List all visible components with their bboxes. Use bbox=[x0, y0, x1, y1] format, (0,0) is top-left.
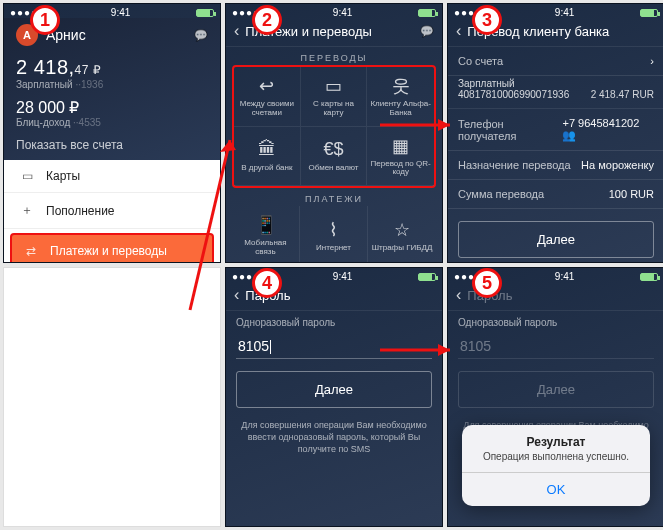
section-payments: ПЛАТЕЖИ bbox=[226, 194, 442, 204]
back-icon[interactable]: ‹ bbox=[456, 22, 461, 40]
row-from-account[interactable]: Со счета› bbox=[448, 47, 663, 76]
cell-card-to-card[interactable]: ▭С карты на карту bbox=[301, 67, 368, 127]
step-badge-3: 3 bbox=[472, 5, 502, 35]
battery-icon bbox=[418, 273, 436, 281]
otp-input: 8105 bbox=[458, 334, 654, 359]
acct1-name: Зарплатный bbox=[16, 79, 73, 90]
cell-alfa-client[interactable]: 웃Клиенту Альфа-Банка bbox=[367, 67, 434, 127]
back-icon[interactable]: ‹ bbox=[456, 286, 461, 304]
otp-input[interactable]: 8105 bbox=[236, 334, 432, 359]
screen-payments: ●●●●● 9:41 ‹ Платежи и переводы 💬 ПЕРЕВО… bbox=[225, 3, 443, 263]
wifi-icon: ⌇ bbox=[329, 219, 338, 241]
cell-mobile[interactable]: 📱Мобильная связь bbox=[232, 206, 300, 263]
step-badge-4: 4 bbox=[252, 268, 282, 298]
step-badge-5: 5 bbox=[472, 268, 502, 298]
acct1-mask: ··1936 bbox=[75, 79, 103, 90]
menu-topup[interactable]: ＋Пополнение bbox=[4, 193, 220, 229]
row-purpose[interactable]: Назначение переводаНа мороженку bbox=[448, 151, 663, 180]
card-icon: ▭ bbox=[18, 169, 36, 183]
screen-result: ●●●●● 9:41 ‹ Пароль Одноразовый пароль 8… bbox=[447, 267, 663, 527]
status-time: 9:41 bbox=[333, 271, 352, 282]
battery-icon bbox=[640, 9, 658, 17]
next-button[interactable]: Далее bbox=[236, 371, 432, 408]
alert-ok-button[interactable]: OK bbox=[462, 472, 650, 506]
row-recipient-phone[interactable]: Телефон получателя+7 9645841202 👥 bbox=[448, 109, 663, 151]
police-icon: ☆ bbox=[394, 219, 410, 241]
cell-internet[interactable]: ⌇Интернет bbox=[300, 206, 368, 263]
balance-primary: 2 418,47 ₽ bbox=[16, 56, 208, 79]
menu-cards[interactable]: ▭Карты bbox=[4, 160, 220, 193]
chat-icon[interactable]: 💬 bbox=[420, 25, 434, 38]
transfer-grid: ↩Между своими счетами ▭С карты на карту … bbox=[232, 65, 436, 188]
alert-message: Операция выполнена успешно. bbox=[462, 451, 650, 472]
account-details: Зарплатный 408178100069900719362 418.47 … bbox=[448, 76, 663, 109]
plus-icon: ＋ bbox=[18, 202, 36, 219]
contacts-icon[interactable]: 👥 bbox=[562, 129, 576, 141]
alert-title: Результат bbox=[462, 425, 650, 451]
qr-icon: ▦ bbox=[392, 135, 409, 157]
next-button[interactable]: Далее bbox=[458, 221, 654, 258]
otp-hint: Для совершения операции Вам необходимо в… bbox=[226, 420, 442, 455]
status-time: 9:41 bbox=[555, 7, 574, 18]
next-button: Далее bbox=[458, 371, 654, 408]
show-all-accounts[interactable]: Показать все счета bbox=[16, 138, 208, 152]
otp-label: Одноразовый пароль bbox=[226, 311, 442, 328]
transfer-icon: ⇄ bbox=[22, 244, 40, 258]
person-icon: 웃 bbox=[392, 75, 410, 97]
otp-label: Одноразовый пароль bbox=[448, 311, 663, 328]
cell-fines[interactable]: ☆Штрафы ГИБДД bbox=[368, 206, 436, 263]
chat-icon[interactable]: 💬 bbox=[194, 29, 208, 42]
battery-icon bbox=[640, 273, 658, 281]
return-icon: ↩ bbox=[259, 75, 274, 97]
card-icon: ▭ bbox=[325, 75, 342, 97]
screen-home: ●●●●● 9:41 A Арнис 💬 2 418,47 ₽ Зарплатн… bbox=[3, 3, 221, 263]
cell-other-bank[interactable]: 🏛В другой банк bbox=[234, 127, 301, 187]
back-icon[interactable]: ‹ bbox=[234, 22, 239, 40]
section-transfers: ПЕРЕВОДЫ bbox=[226, 53, 442, 63]
result-alert: Результат Операция выполнена успешно. OK bbox=[462, 425, 650, 506]
phone-icon: 📱 bbox=[255, 214, 277, 236]
cell-own-accounts[interactable]: ↩Между своими счетами bbox=[234, 67, 301, 127]
cell-exchange[interactable]: €$Обмен валют bbox=[301, 127, 368, 187]
balance-secondary: 28 000 ₽ bbox=[16, 98, 208, 117]
battery-icon bbox=[196, 9, 214, 17]
cell-qr-transfer[interactable]: ▦Перевод по QR-коду bbox=[367, 127, 434, 187]
status-time: 9:41 bbox=[111, 7, 130, 18]
screen-transfer-form: ●●●●● 9:41 ‹ Перевод клиенту банка Со сч… bbox=[447, 3, 663, 263]
status-time: 9:41 bbox=[333, 7, 352, 18]
screen-otp: ●●●●● 9:41 ‹ Пароль Одноразовый пароль 8… bbox=[225, 267, 443, 527]
currency-icon: €$ bbox=[323, 139, 343, 161]
battery-icon bbox=[418, 9, 436, 17]
step-badge-2: 2 bbox=[252, 5, 282, 35]
step-badge-1: 1 bbox=[30, 5, 60, 35]
acct2-mask: ··4535 bbox=[73, 117, 101, 128]
status-time: 9:41 bbox=[555, 271, 574, 282]
screen-home-continued bbox=[3, 267, 221, 527]
menu-payments[interactable]: ⇄Платежи и переводы bbox=[10, 233, 214, 263]
back-icon[interactable]: ‹ bbox=[234, 286, 239, 304]
row-amount[interactable]: Сумма перевода100 RUR bbox=[448, 180, 663, 209]
acct2-name: Блиц-доход bbox=[16, 117, 70, 128]
bank-icon: 🏛 bbox=[258, 139, 276, 161]
